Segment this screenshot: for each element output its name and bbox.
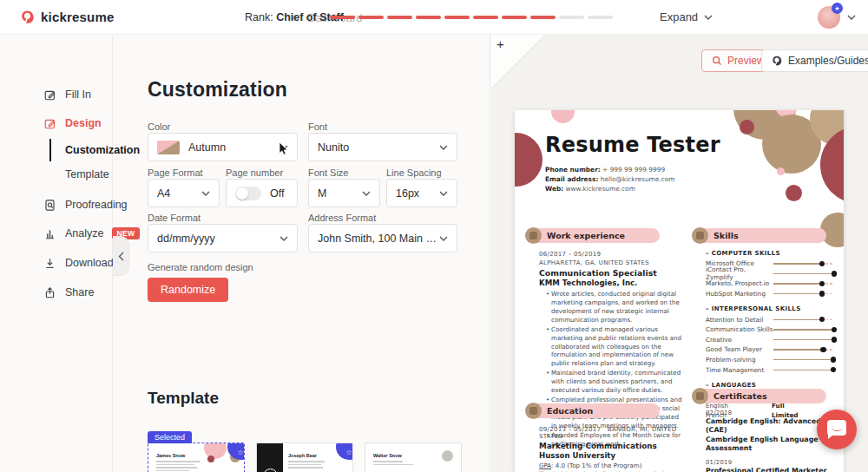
date-format-select[interactable]: dd/mm/yyyy (148, 224, 298, 252)
expand-button[interactable]: Expand (660, 10, 713, 23)
examples-guides-button[interactable]: Examples/Guides (761, 49, 868, 72)
font-size-select[interactable]: M (308, 179, 380, 207)
logo-text: kickresume (41, 10, 115, 24)
rank-progress-segment (502, 16, 527, 19)
template-card-james-snow[interactable]: James Snow ☆ (148, 442, 245, 472)
color-label: Color (148, 121, 170, 132)
certificate-icon (692, 388, 708, 404)
graduation-icon (525, 403, 542, 419)
download-icon (43, 257, 56, 270)
rank-progress-segment (330, 16, 355, 19)
top-bar: kickresume ‹ Dashboard Rank: Chief of St… (0, 0, 868, 35)
rank-progress-segment (444, 16, 470, 19)
work-experience-section-header: Work experience (528, 228, 660, 243)
skill-row: Time Management (706, 364, 834, 375)
address-format-label: Address Format (308, 213, 376, 223)
line-spacing-select[interactable]: 16px (386, 179, 457, 207)
sidebar-collapse-button[interactable] (113, 236, 129, 276)
kickresume-logo[interactable]: kickresume (19, 9, 115, 25)
rank-progress-segment (358, 16, 384, 19)
rank-text: Rank: Chief of Staff (245, 11, 344, 23)
color-select[interactable]: Autumn (148, 133, 298, 161)
chevron-down-icon (362, 191, 371, 196)
certificates-section-header: Certificates (694, 389, 826, 403)
sidebar-item-analyze[interactable]: Analyze NEW (0, 223, 113, 244)
zoom-in-button[interactable]: + (496, 36, 504, 51)
random-design-label: Generate random design (148, 262, 253, 272)
font-label: Font (308, 121, 327, 132)
decor-circle (777, 167, 785, 175)
education-section-header: Education (528, 403, 660, 418)
kickresume-swirl-icon (771, 55, 783, 67)
template-card-walter-snow[interactable]: Walter Snow (365, 442, 462, 472)
star-icon: ☆ (336, 442, 353, 460)
magnifier-icon (712, 56, 722, 66)
color-swatch (157, 141, 180, 154)
resume-page: Resume Tester Phone number: + 999 99 999… (515, 110, 844, 472)
line-spacing-label: Line Spacing (386, 167, 442, 178)
skill-row: Creative (706, 335, 834, 345)
sidebar-item-fill-in[interactable]: Fill In (0, 84, 113, 105)
rank-progress-segment (387, 16, 412, 19)
rank-progress-segment (416, 16, 441, 19)
skill-row: HubSpot Marketing (706, 289, 834, 299)
pencil-square-icon (43, 88, 56, 102)
sidebar-item-proofreading[interactable]: Proofreading (0, 194, 113, 215)
avatar-level-badge: ★ (832, 3, 843, 14)
selected-badge: Selected (148, 431, 192, 443)
page-format-label: Page Format (148, 167, 203, 178)
template-section-title: Template (148, 389, 219, 408)
sidebar-item-customization[interactable]: Customization (0, 141, 113, 160)
decor-circle (515, 133, 542, 187)
jb-logo: J×B (257, 443, 283, 472)
skills-group-title: – INTERPERSONAL SKILLS (706, 305, 834, 312)
briefcase-icon (525, 227, 542, 244)
chevron-down-icon (439, 236, 448, 241)
skills-group-title: – COMPUTER SKILLS (706, 250, 834, 257)
chat-launcher-button[interactable] (817, 410, 857, 449)
share-icon (43, 286, 56, 299)
template-card-joseph-bear[interactable]: J×B Joseph Bear ☆ (256, 442, 353, 472)
address-format-select[interactable]: John Smith, 100 Main St, Seat... (308, 224, 457, 252)
resume-contact: Phone number: + 999 99 999 9999 Email ad… (545, 165, 674, 193)
rank-progress-segment (588, 16, 613, 19)
chevron-down-icon (439, 145, 448, 150)
sidebar-item-template[interactable]: Template (0, 165, 113, 184)
skill-row: Communication Skills (706, 324, 834, 335)
skill-row: Problem-solving (706, 355, 834, 365)
avatar-thumbnail (442, 450, 453, 462)
font-size-label: Font Size (308, 167, 348, 178)
account-chevron-down-icon[interactable] (847, 15, 856, 20)
skill-row: Good Team Player (706, 344, 834, 355)
education-entry: 09/2013 – 05/2017 BANGOR, MI, UNITED STA… (539, 426, 686, 472)
bar-chart-icon (43, 227, 56, 240)
rank-progress-segment (530, 16, 556, 19)
rank-progress-segment (473, 16, 498, 19)
page-title: Customization (148, 78, 287, 102)
avatar[interactable]: ★ (818, 6, 840, 29)
rank-progress-segment (559, 16, 584, 19)
education-section: Education 09/2013 – 05/2017 BANGOR, MI, … (526, 403, 686, 472)
decor-circle (551, 110, 575, 123)
resume-name: Resume Tester (545, 133, 720, 157)
tools-icon (692, 227, 708, 244)
decor-circle (786, 185, 802, 201)
sidebar-item-design[interactable]: Design (0, 113, 113, 134)
resume-preview-panel: + Preview Examples/Guides Resume Tester … (491, 35, 868, 472)
page-format-select[interactable]: A4 (148, 179, 220, 207)
chevron-down-icon (279, 145, 288, 150)
page-number-toggle-field: Off (226, 179, 298, 207)
chevron-down-icon (201, 191, 210, 196)
customization-panel: Customization Color Autumn Font Nunito P… (113, 35, 490, 472)
page-number-toggle[interactable] (235, 187, 261, 200)
skills-section-header: Skills (694, 228, 826, 243)
chevron-down-icon (439, 191, 448, 196)
kickresume-logo-icon (19, 9, 36, 25)
document-magnifier-icon (43, 199, 56, 212)
decor-circle (740, 120, 754, 134)
randomize-button[interactable]: Randomize (148, 278, 228, 302)
languages-group-title: – LANGUAGES (706, 382, 834, 389)
font-select[interactable]: Nunito (308, 133, 457, 161)
sidebar-item-share[interactable]: Share (0, 282, 113, 303)
sidebar-item-download[interactable]: Download (0, 252, 113, 273)
